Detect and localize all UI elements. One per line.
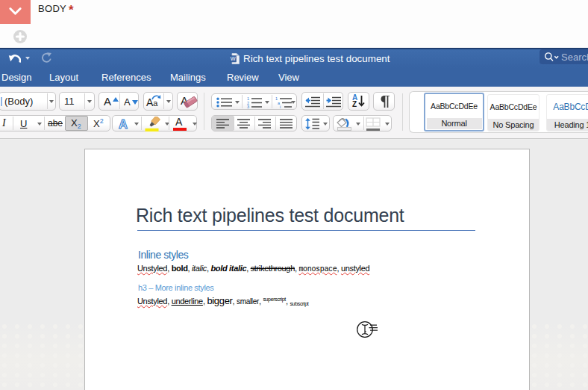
svg-text:A: A bbox=[119, 117, 128, 131]
svg-text:3: 3 bbox=[247, 105, 249, 108]
svg-text:W: W bbox=[231, 55, 236, 62]
svg-text:i: i bbox=[280, 105, 281, 108]
